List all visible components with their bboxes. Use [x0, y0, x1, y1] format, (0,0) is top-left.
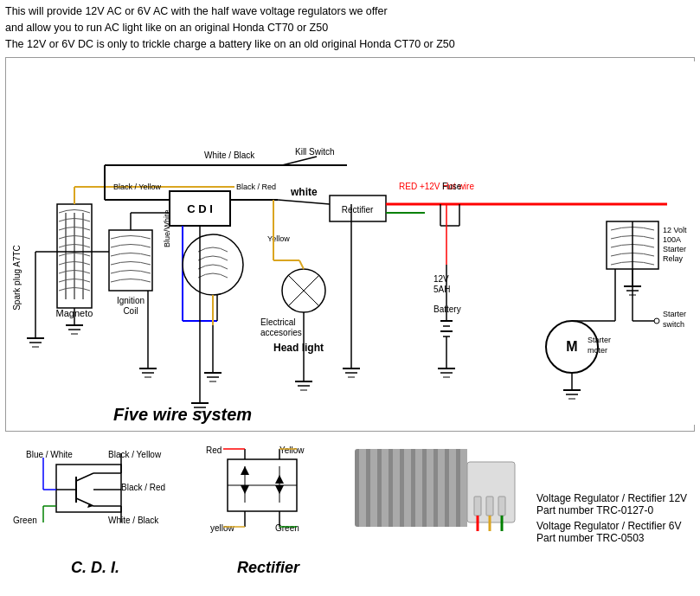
svg-text:Yellow: Yellow	[279, 445, 305, 455]
svg-rect-178	[486, 497, 493, 516]
svg-text:Green: Green	[275, 523, 299, 533]
svg-text:Head light: Head light	[273, 342, 324, 354]
part-number-line1: Voltage Regulator / Rectifier 12V Part n…	[536, 492, 691, 516]
cdi-box: C D I	[170, 191, 230, 226]
svg-text:Fuse: Fuse	[442, 182, 462, 191]
svg-text:Blue / White: Blue / White	[26, 450, 73, 459]
main-diagram-border: Magneto Spark plug A7TC Ignition Coil	[5, 57, 695, 432]
svg-text:Black / Yellow: Black / Yellow	[113, 183, 162, 191]
rectifier-label: Rectifier	[190, 559, 346, 577]
header-line1: This will provide 12V AC or 6V AC with t…	[5, 3, 695, 20]
svg-text:Battery: Battery	[433, 304, 461, 314]
svg-text:Black / Yellow: Black / Yellow	[108, 450, 162, 459]
svg-text:White / Black: White / Black	[108, 516, 159, 525]
five-wire-label: Five wire system	[113, 405, 252, 424]
svg-rect-0	[10, 61, 697, 425]
cdi-label: C. D. I.	[9, 559, 182, 577]
header-text: This will provide 12V AC or 6V AC with t…	[0, 0, 700, 54]
svg-text:RED   +12V Hot wire: RED +12V Hot wire	[399, 182, 474, 191]
svg-rect-174	[449, 449, 456, 527]
rectifier-box: Rectifier	[330, 195, 386, 221]
svg-rect-166	[359, 449, 366, 527]
svg-text:yellow: yellow	[210, 523, 235, 533]
svg-text:Starter: Starter	[588, 336, 611, 344]
svg-text:Ignition: Ignition	[117, 296, 144, 305]
svg-rect-167	[370, 449, 377, 527]
svg-text:Rectifier: Rectifier	[342, 205, 374, 215]
svg-text:Green: Green	[13, 516, 37, 525]
svg-text:Spark plug A7TC: Spark plug A7TC	[12, 245, 22, 311]
svg-text:Kill Switch: Kill Switch	[295, 147, 335, 157]
svg-rect-177	[474, 497, 481, 516]
svg-rect-172	[427, 449, 433, 527]
svg-rect-170	[404, 449, 411, 527]
svg-rect-171	[415, 449, 422, 527]
part-number-line2: Voltage Regulator / Rectifier 6V Part nu…	[536, 520, 691, 544]
svg-text:accesories: accesories	[260, 328, 302, 337]
svg-text:100A: 100A	[663, 235, 681, 244]
svg-text:White / Black: White / Black	[204, 151, 255, 160]
svg-text:C D I: C D I	[187, 202, 213, 215]
svg-text:Starter: Starter	[663, 310, 686, 318]
rectifier-photo-svg	[355, 445, 528, 548]
header-line2: and allow you to run AC light like on an…	[5, 20, 695, 36]
svg-text:white: white	[290, 186, 318, 198]
bottom-section: Blue / White Black / Yellow Black / Red …	[0, 435, 700, 582]
cdi-section: Blue / White Black / Yellow Black / Red …	[9, 440, 182, 577]
rectifier-photo	[355, 445, 528, 551]
rectifier-diagram: Red Yellow yellow Green	[193, 440, 344, 553]
svg-text:12 Volt: 12 Volt	[663, 226, 687, 234]
svg-text:M: M	[566, 339, 577, 354]
svg-rect-168	[382, 449, 389, 527]
svg-rect-179	[498, 497, 505, 516]
svg-text:moter: moter	[588, 346, 607, 355]
svg-text:5AH: 5AH	[433, 285, 450, 294]
svg-text:Starter: Starter	[663, 245, 686, 253]
svg-text:Relay: Relay	[663, 254, 684, 263]
svg-rect-169	[393, 449, 400, 527]
header-line3: The 12V or 6V DC is only to trickle char…	[5, 36, 695, 53]
cdi-diagram: Blue / White Black / Yellow Black / Red …	[9, 440, 182, 553]
svg-rect-173	[438, 449, 445, 527]
rectifier-section: Red Yellow yellow Green	[190, 440, 346, 577]
svg-text:switch: switch	[663, 320, 684, 329]
svg-text:Blue/White: Blue/White	[163, 210, 171, 248]
svg-text:Yellow: Yellow	[267, 234, 290, 243]
svg-text:Black / Red: Black / Red	[236, 183, 276, 191]
svg-text:Coil: Coil	[123, 306, 138, 316]
svg-rect-175	[460, 449, 467, 527]
wiring-diagram: Magneto Spark plug A7TC Ignition Coil	[10, 61, 697, 425]
svg-text:Red: Red	[206, 445, 222, 455]
svg-text:Electrical: Electrical	[260, 317, 296, 327]
part-numbers-section: Voltage Regulator / Rectifier 12V Part n…	[536, 440, 691, 544]
svg-text:Black / Red: Black / Red	[121, 483, 165, 492]
